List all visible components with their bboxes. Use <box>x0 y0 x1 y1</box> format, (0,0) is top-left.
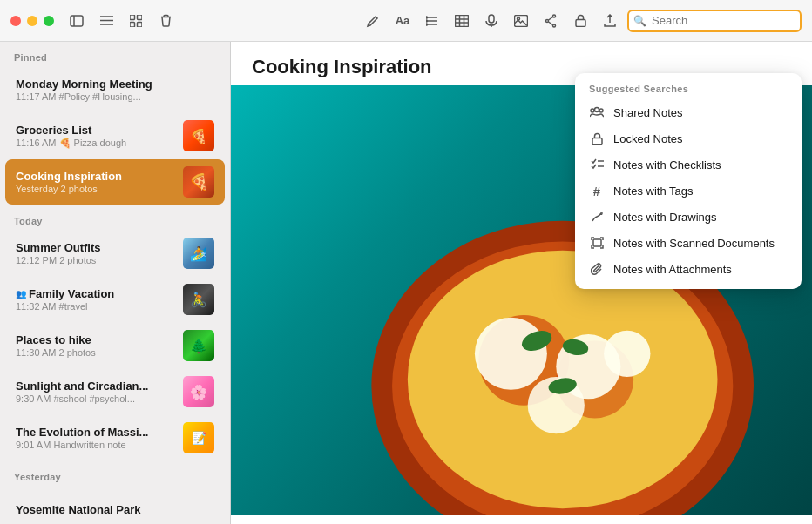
dropdown-item-label: Shared Notes <box>613 106 683 119</box>
checklist-notes-icon <box>589 157 605 172</box>
audio-icon[interactable] <box>479 9 504 33</box>
note-content: Monday Morning Meeting 11:17 AM #Policy … <box>16 77 214 102</box>
note-item-outfits[interactable]: Summer Outfits 12:12 PM 2 photos 🏄 <box>5 231 225 276</box>
note-content: Summer Outfits 12:12 PM 2 photos <box>16 241 176 265</box>
note-title: Cooking Inspiration <box>16 170 176 183</box>
close-button[interactable] <box>10 16 21 26</box>
note-item-yosemite[interactable]: Yosemite National Park <box>5 487 225 524</box>
dropdown-item-label: Notes with Tags <box>613 185 694 198</box>
search-container: 🔍 <box>627 10 802 32</box>
scan-notes-icon <box>589 235 605 251</box>
dropdown-item-checklists[interactable]: Notes with Checklists <box>575 151 802 178</box>
note-item-vacation[interactable]: 👥 Family Vacation 11:32 AM #travel 🚴 <box>5 277 225 322</box>
svg-line-28 <box>549 22 553 25</box>
dropdown-item-label: Notes with Scanned Documents <box>613 237 775 250</box>
note-item-hike[interactable]: Places to hike 11:30 AM 2 photos 🌲 <box>5 323 225 368</box>
svg-point-14 <box>426 24 428 25</box>
note-content: The Evolution of Massi... 9:01 AM Handwr… <box>16 426 176 450</box>
svg-rect-51 <box>592 138 602 144</box>
media-icon[interactable] <box>509 9 533 33</box>
note-content: Groceries List 11:16 AM 🍕 Pizza dough <box>16 124 176 149</box>
svg-point-50 <box>599 109 603 112</box>
dropdown-item-label: Notes with Checklists <box>613 158 721 171</box>
today-section-header: Today <box>0 205 230 230</box>
yesterday-section-header: Yesterday <box>0 461 230 486</box>
note-item-cooking[interactable]: Cooking Inspiration Yesterday 2 photos 🍕 <box>5 159 225 205</box>
note-content: Sunlight and Circadian... 9:30 AM #schoo… <box>16 380 176 404</box>
search-input[interactable] <box>627 10 802 32</box>
note-title: Monday Morning Meeting <box>16 77 214 91</box>
svg-rect-6 <box>138 15 143 20</box>
tags-notes-icon: # <box>589 183 605 198</box>
dropdown-item-tags[interactable]: # Notes with Tags <box>575 178 802 204</box>
drawings-notes-icon <box>589 209 605 225</box>
note-title: Summer Outfits <box>16 241 176 254</box>
note-title: Places to hike <box>16 333 176 346</box>
dropdown-item-label: Notes with Attachments <box>613 263 732 276</box>
svg-rect-15 <box>456 15 469 26</box>
toolbar-right: Aa <box>361 9 802 33</box>
svg-point-49 <box>591 109 594 112</box>
dropdown-item-attachments[interactable]: Notes with Attachments <box>575 256 802 282</box>
note-thumbnail: 🌲 <box>183 330 214 361</box>
dropdown-item-locked[interactable]: Locked Notes <box>575 125 802 151</box>
sidebar: Pinned Monday Morning Meeting 11:17 AM #… <box>0 42 231 524</box>
svg-rect-7 <box>130 22 135 27</box>
list-view-icon[interactable] <box>94 9 118 33</box>
checklist-icon[interactable] <box>420 9 444 33</box>
main-content: Cooking Inspiration <box>231 42 812 524</box>
shared-notes-icon <box>589 104 605 120</box>
note-meta: 12:12 PM 2 photos <box>16 255 176 265</box>
note-thumbnail: 🏄 <box>183 238 214 269</box>
svg-rect-54 <box>593 239 601 246</box>
note-thumbnail: 🍕 <box>183 166 214 198</box>
svg-rect-5 <box>130 15 135 20</box>
note-meta: 9:01 AM Handwritten note <box>16 440 176 450</box>
maximize-button[interactable] <box>44 16 54 26</box>
grid-view-icon[interactable] <box>124 9 148 33</box>
svg-line-27 <box>549 17 553 20</box>
compose-icon[interactable] <box>361 9 385 33</box>
search-dropdown: Suggested Searches Shared Notes <box>575 73 802 289</box>
note-title: The Evolution of Massi... <box>16 426 176 439</box>
titlebar: Aa <box>0 0 812 42</box>
toolbar-left <box>64 9 178 33</box>
note-content: Yosemite National Park <box>16 503 214 516</box>
note-item-monday[interactable]: Monday Morning Meeting 11:17 AM #Policy … <box>5 67 225 112</box>
note-item-groceries[interactable]: Groceries List 11:16 AM 🍕 Pizza dough 🍕 <box>5 113 225 158</box>
svg-rect-20 <box>489 15 494 23</box>
note-thumbnail: 🚴 <box>183 284 214 315</box>
note-thumbnail: 📝 <box>183 422 214 453</box>
note-item-sunlight[interactable]: Sunlight and Circadian... 9:30 AM #schoo… <box>5 369 225 414</box>
note-meta: 11:30 AM 2 photos <box>16 347 176 358</box>
svg-point-13 <box>426 20 428 22</box>
font-icon[interactable]: Aa <box>390 9 415 33</box>
svg-point-26 <box>546 19 549 22</box>
svg-rect-29 <box>576 20 585 27</box>
lock-notes-icon <box>589 131 605 146</box>
note-title: Groceries List <box>16 124 176 137</box>
note-meta: 11:32 AM #travel <box>16 301 176 312</box>
trash-icon[interactable] <box>153 9 178 33</box>
minimize-button[interactable] <box>27 16 37 26</box>
export-icon[interactable] <box>598 9 622 33</box>
dropdown-item-drawings[interactable]: Notes with Drawings <box>575 204 802 230</box>
note-meta: Yesterday 2 photos <box>16 184 176 194</box>
note-content: Cooking Inspiration Yesterday 2 photos <box>16 170 176 194</box>
note-thumbnail: 🍕 <box>183 120 214 151</box>
svg-point-34 <box>474 318 546 390</box>
dropdown-item-shared[interactable]: Shared Notes <box>575 99 802 125</box>
sidebar-toggle-icon[interactable] <box>64 9 89 33</box>
window-controls <box>10 16 54 26</box>
dropdown-item-scanned[interactable]: Notes with Scanned Documents <box>575 230 802 256</box>
lock-icon[interactable] <box>568 9 592 33</box>
share-icon[interactable] <box>538 9 563 33</box>
note-meta: 11:17 AM #Policy #Housing... <box>16 91 214 102</box>
note-meta: 11:16 AM 🍕 Pizza dough <box>16 138 176 149</box>
note-title: Family Vacation <box>29 287 114 300</box>
dropdown-header: Suggested Searches <box>575 80 802 99</box>
svg-point-37 <box>604 331 650 377</box>
dropdown-item-label: Notes with Drawings <box>613 211 717 224</box>
table-icon[interactable] <box>450 9 474 33</box>
note-item-evolution[interactable]: The Evolution of Massi... 9:01 AM Handwr… <box>5 415 225 460</box>
